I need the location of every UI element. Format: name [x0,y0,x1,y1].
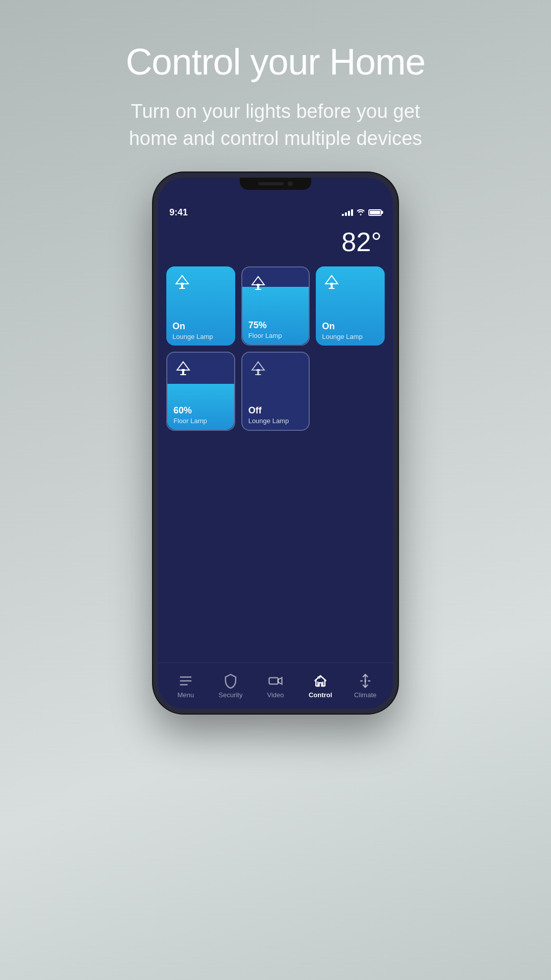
climate-icon [358,673,373,689]
signal-icon [342,209,353,216]
svg-rect-9 [329,288,335,289]
header-section: Control your Home Turn on your lights be… [0,0,551,173]
svg-rect-1 [179,288,185,289]
svg-rect-15 [182,369,185,371]
nav-item-security[interactable]: Security [208,673,253,699]
svg-rect-19 [257,369,260,371]
svg-rect-11 [330,283,333,285]
device-card-2[interactable]: 75% Floor Lamp [241,266,310,346]
nav-label-menu: Menu [178,691,194,699]
main-title: Control your Home [0,41,551,83]
device-card-5[interactable]: Off Lounge Lamp [241,352,310,431]
nav-item-menu[interactable]: Menu [163,673,208,699]
temperature-value: 82° [341,227,382,257]
svg-rect-3 [181,283,184,285]
menu-icon [178,673,193,689]
battery-icon [368,209,382,216]
svg-marker-24 [278,678,282,684]
svg-rect-23 [269,678,279,684]
nav-label-climate: Climate [354,691,377,699]
device-name-2: Floor Lamp [248,332,303,339]
phone-frame: 9:41 [153,173,398,714]
status-icons [342,208,382,217]
device-name-5: Lounge Lamp [248,417,303,425]
device-card-1[interactable]: On Lounge Lamp [166,266,235,346]
notch [240,178,311,190]
device-status-1: On [172,321,229,332]
nav-item-climate[interactable]: Climate [343,673,388,699]
svg-marker-14 [177,362,189,370]
shield-icon [223,673,238,689]
wifi-icon [356,208,365,217]
svg-rect-13 [180,374,186,375]
temperature-display: 82° [158,222,393,261]
nav-item-video[interactable]: Video [253,673,298,699]
home-control-icon [313,673,328,689]
lamp-icon-2 [249,275,267,294]
svg-marker-2 [176,276,188,284]
lamp-icon-3 [323,274,340,293]
nav-item-control[interactable]: Control [298,673,343,699]
svg-marker-10 [325,276,338,284]
nav-label-control: Control [309,691,332,699]
device-card-4[interactable]: 60% Floor Lamp [166,352,235,431]
device-info-2: 75% Floor Lamp [242,316,309,345]
lamp-icon-1 [173,274,191,293]
status-bar: 9:41 [158,203,393,222]
device-status-2: 75% [248,320,303,331]
bottom-nav: Menu Security Video [158,663,393,708]
status-time: 9:41 [169,207,188,218]
front-camera [288,181,293,186]
device-status-5: Off [248,405,303,416]
nav-label-security: Security [219,691,243,699]
svg-rect-5 [255,289,261,290]
device-name-1: Lounge Lamp [172,333,229,340]
svg-marker-18 [252,362,264,370]
device-status-4: 60% [173,405,228,416]
device-name-4: Floor Lamp [173,417,228,425]
phone-screen: 9:41 [158,203,393,708]
device-card-3[interactable]: On Lounge Lamp [316,266,385,346]
device-info-5: Off Lounge Lamp [242,401,309,430]
svg-rect-17 [255,374,261,375]
svg-marker-6 [252,277,264,285]
sub-title: Turn on your lights before you get home … [107,98,444,152]
nav-label-video: Video [267,691,284,699]
device-info-1: On Lounge Lamp [166,317,235,346]
device-info-4: 60% Floor Lamp [167,401,234,430]
lamp-icon-4 [174,360,192,379]
device-grid: On Lounge Lamp 75% Floor Lamp [158,261,393,663]
svg-rect-7 [257,284,260,286]
notch-area [158,178,393,203]
device-status-3: On [322,321,379,332]
video-icon [268,673,283,689]
lamp-icon-5 [249,360,267,379]
speaker [258,182,284,185]
device-info-3: On Lounge Lamp [316,317,385,346]
device-name-3: Lounge Lamp [322,333,379,340]
